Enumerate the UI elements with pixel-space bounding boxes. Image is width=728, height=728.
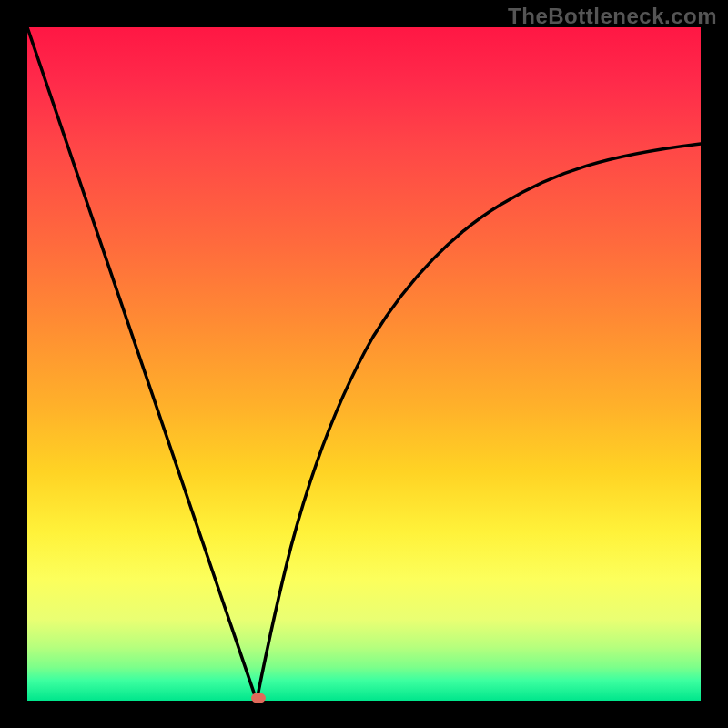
watermark-text: TheBottleneck.com	[508, 4, 717, 29]
curve-svg	[27, 27, 701, 701]
curve-left-branch	[27, 27, 257, 701]
chart-frame: TheBottleneck.com	[0, 0, 728, 728]
curve-right-branch	[257, 144, 701, 701]
plot-area	[27, 27, 701, 701]
trough-marker	[251, 693, 266, 703]
